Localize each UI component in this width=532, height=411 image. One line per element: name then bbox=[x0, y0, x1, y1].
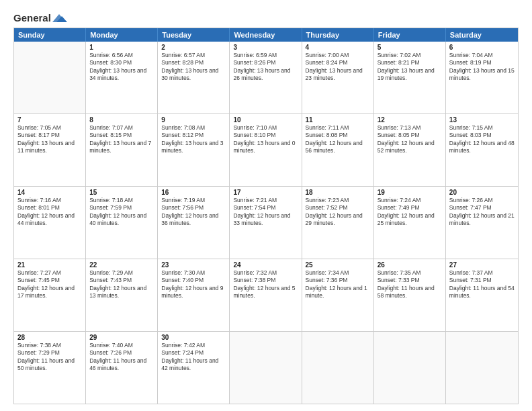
header-day-saturday: Saturday bbox=[446, 28, 518, 42]
calendar-cell-10: 10Sunrise: 7:10 AMSunset: 8:10 PMDayligh… bbox=[230, 114, 302, 186]
cell-info: Sunrise: 7:23 AMSunset: 7:52 PMDaylight:… bbox=[306, 197, 370, 228]
calendar-cell-13: 13Sunrise: 7:15 AMSunset: 8:03 PMDayligh… bbox=[446, 114, 518, 186]
calendar-cell-28: 28Sunrise: 7:38 AMSunset: 7:29 PMDayligh… bbox=[14, 332, 86, 404]
header: General bbox=[13, 12, 519, 22]
day-number: 28 bbox=[17, 334, 82, 341]
day-number: 8 bbox=[89, 116, 154, 124]
day-number: 20 bbox=[449, 189, 515, 196]
logo: General bbox=[13, 12, 67, 22]
cell-info: Sunrise: 7:26 AMSunset: 7:47 PMDaylight:… bbox=[449, 197, 515, 228]
day-number: 17 bbox=[233, 189, 298, 196]
calendar-row-2: 7Sunrise: 7:05 AMSunset: 8:17 PMDaylight… bbox=[14, 113, 518, 186]
day-number: 9 bbox=[161, 116, 226, 124]
day-number: 19 bbox=[378, 189, 442, 196]
day-number: 7 bbox=[17, 116, 82, 124]
cell-info: Sunrise: 7:10 AMSunset: 8:10 PMDaylight:… bbox=[233, 124, 298, 155]
calendar-cell-empty bbox=[374, 332, 446, 404]
cell-info: Sunrise: 7:07 AMSunset: 8:15 PMDaylight:… bbox=[89, 124, 154, 155]
header-day-sunday: Sunday bbox=[14, 28, 86, 42]
cell-info: Sunrise: 7:24 AMSunset: 7:49 PMDaylight:… bbox=[378, 197, 442, 228]
cell-info: Sunrise: 6:59 AMSunset: 8:26 PMDaylight:… bbox=[233, 52, 298, 83]
cell-info: Sunrise: 7:40 AMSunset: 7:26 PMDaylight:… bbox=[89, 342, 154, 373]
calendar-cell-9: 9Sunrise: 7:08 AMSunset: 8:12 PMDaylight… bbox=[158, 114, 230, 186]
header-day-wednesday: Wednesday bbox=[230, 28, 302, 42]
day-number: 11 bbox=[306, 116, 370, 124]
calendar-cell-14: 14Sunrise: 7:16 AMSunset: 8:01 PMDayligh… bbox=[14, 187, 86, 259]
day-number: 4 bbox=[306, 44, 370, 51]
cell-info: Sunrise: 7:18 AMSunset: 7:59 PMDaylight:… bbox=[89, 197, 154, 228]
day-number: 24 bbox=[233, 261, 298, 269]
calendar-cell-25: 25Sunrise: 7:34 AMSunset: 7:36 PMDayligh… bbox=[302, 259, 374, 331]
calendar-cell-21: 21Sunrise: 7:27 AMSunset: 7:45 PMDayligh… bbox=[14, 259, 86, 331]
cell-info: Sunrise: 7:13 AMSunset: 8:05 PMDaylight:… bbox=[378, 124, 442, 155]
calendar-cell-16: 16Sunrise: 7:19 AMSunset: 7:56 PMDayligh… bbox=[158, 187, 230, 259]
calendar-cell-23: 23Sunrise: 7:30 AMSunset: 7:40 PMDayligh… bbox=[158, 259, 230, 331]
calendar-cell-11: 11Sunrise: 7:11 AMSunset: 8:08 PMDayligh… bbox=[302, 114, 374, 186]
header-day-monday: Monday bbox=[86, 28, 158, 42]
calendar-cell-empty bbox=[302, 332, 374, 404]
day-number: 30 bbox=[161, 334, 226, 341]
page: General SundayMondayTuesdayWednesdayThur… bbox=[0, 0, 532, 411]
day-number: 22 bbox=[89, 261, 154, 269]
calendar-cell-8: 8Sunrise: 7:07 AMSunset: 8:15 PMDaylight… bbox=[86, 114, 158, 186]
day-number: 1 bbox=[89, 44, 154, 51]
day-number: 6 bbox=[449, 44, 515, 51]
cell-info: Sunrise: 7:38 AMSunset: 7:29 PMDaylight:… bbox=[17, 342, 82, 373]
calendar-cell-20: 20Sunrise: 7:26 AMSunset: 7:47 PMDayligh… bbox=[446, 187, 518, 259]
day-number: 18 bbox=[306, 189, 370, 196]
day-number: 27 bbox=[449, 261, 515, 269]
day-number: 14 bbox=[17, 189, 82, 196]
calendar: SundayMondayTuesdayWednesdayThursdayFrid… bbox=[13, 28, 519, 404]
calendar-row-3: 14Sunrise: 7:16 AMSunset: 8:01 PMDayligh… bbox=[14, 186, 518, 259]
calendar-cell-27: 27Sunrise: 7:37 AMSunset: 7:31 PMDayligh… bbox=[446, 259, 518, 331]
day-number: 21 bbox=[17, 261, 82, 269]
calendar-cell-22: 22Sunrise: 7:29 AMSunset: 7:43 PMDayligh… bbox=[86, 259, 158, 331]
cell-info: Sunrise: 7:21 AMSunset: 7:54 PMDaylight:… bbox=[233, 197, 298, 228]
day-number: 13 bbox=[449, 116, 515, 124]
calendar-row-1: 1Sunrise: 6:56 AMSunset: 8:30 PMDaylight… bbox=[14, 42, 518, 113]
cell-info: Sunrise: 6:56 AMSunset: 8:30 PMDaylight:… bbox=[89, 52, 154, 83]
calendar-cell-5: 5Sunrise: 7:02 AMSunset: 8:21 PMDaylight… bbox=[374, 42, 446, 113]
day-number: 16 bbox=[161, 189, 226, 196]
calendar-cell-4: 4Sunrise: 7:00 AMSunset: 8:24 PMDaylight… bbox=[302, 42, 374, 113]
calendar-header: SundayMondayTuesdayWednesdayThursdayFrid… bbox=[14, 28, 518, 42]
calendar-cell-19: 19Sunrise: 7:24 AMSunset: 7:49 PMDayligh… bbox=[374, 187, 446, 259]
cell-info: Sunrise: 7:30 AMSunset: 7:40 PMDaylight:… bbox=[161, 269, 226, 300]
day-number: 23 bbox=[161, 261, 226, 269]
calendar-cell-30: 30Sunrise: 7:42 AMSunset: 7:24 PMDayligh… bbox=[158, 332, 230, 404]
calendar-cell-2: 2Sunrise: 6:57 AMSunset: 8:28 PMDaylight… bbox=[158, 42, 230, 113]
day-number: 29 bbox=[89, 334, 154, 341]
cell-info: Sunrise: 7:32 AMSunset: 7:38 PMDaylight:… bbox=[233, 269, 298, 300]
calendar-body: 1Sunrise: 6:56 AMSunset: 8:30 PMDaylight… bbox=[14, 42, 518, 404]
cell-info: Sunrise: 7:19 AMSunset: 7:56 PMDaylight:… bbox=[161, 197, 226, 228]
calendar-cell-3: 3Sunrise: 6:59 AMSunset: 8:26 PMDaylight… bbox=[230, 42, 302, 113]
header-day-friday: Friday bbox=[374, 28, 446, 42]
cell-info: Sunrise: 7:29 AMSunset: 7:43 PMDaylight:… bbox=[89, 269, 154, 300]
cell-info: Sunrise: 7:08 AMSunset: 8:12 PMDaylight:… bbox=[161, 124, 226, 155]
cell-info: Sunrise: 7:34 AMSunset: 7:36 PMDaylight:… bbox=[306, 269, 370, 300]
header-day-thursday: Thursday bbox=[302, 28, 374, 42]
day-number: 25 bbox=[306, 261, 370, 269]
cell-info: Sunrise: 7:35 AMSunset: 7:33 PMDaylight:… bbox=[378, 269, 442, 300]
calendar-cell-26: 26Sunrise: 7:35 AMSunset: 7:33 PMDayligh… bbox=[374, 259, 446, 331]
day-number: 12 bbox=[378, 116, 442, 124]
cell-info: Sunrise: 7:05 AMSunset: 8:17 PMDaylight:… bbox=[17, 124, 82, 155]
calendar-cell-15: 15Sunrise: 7:18 AMSunset: 7:59 PMDayligh… bbox=[86, 187, 158, 259]
calendar-cell-empty bbox=[14, 42, 86, 113]
calendar-cell-12: 12Sunrise: 7:13 AMSunset: 8:05 PMDayligh… bbox=[374, 114, 446, 186]
cell-info: Sunrise: 7:42 AMSunset: 7:24 PMDaylight:… bbox=[161, 342, 226, 373]
calendar-cell-29: 29Sunrise: 7:40 AMSunset: 7:26 PMDayligh… bbox=[86, 332, 158, 404]
cell-info: Sunrise: 7:00 AMSunset: 8:24 PMDaylight:… bbox=[306, 52, 370, 83]
cell-info: Sunrise: 7:11 AMSunset: 8:08 PMDaylight:… bbox=[306, 124, 370, 155]
logo-icon bbox=[52, 13, 67, 24]
cell-info: Sunrise: 6:57 AMSunset: 8:28 PMDaylight:… bbox=[161, 52, 226, 83]
calendar-row-5: 28Sunrise: 7:38 AMSunset: 7:29 PMDayligh… bbox=[14, 331, 518, 404]
day-number: 5 bbox=[378, 44, 442, 51]
day-number: 10 bbox=[233, 116, 298, 124]
calendar-cell-24: 24Sunrise: 7:32 AMSunset: 7:38 PMDayligh… bbox=[230, 259, 302, 331]
calendar-cell-empty bbox=[446, 332, 518, 404]
calendar-cell-6: 6Sunrise: 7:04 AMSunset: 8:19 PMDaylight… bbox=[446, 42, 518, 113]
cell-info: Sunrise: 7:04 AMSunset: 8:19 PMDaylight:… bbox=[449, 52, 515, 83]
day-number: 3 bbox=[233, 44, 298, 51]
calendar-cell-18: 18Sunrise: 7:23 AMSunset: 7:52 PMDayligh… bbox=[302, 187, 374, 259]
